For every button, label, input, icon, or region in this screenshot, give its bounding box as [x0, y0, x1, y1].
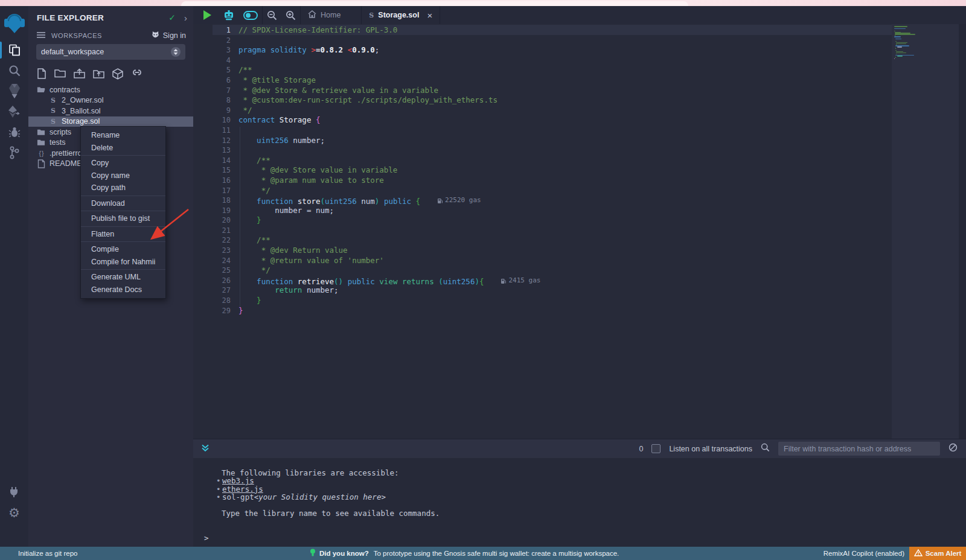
- doc-icon: [37, 159, 45, 168]
- terminal-prompt[interactable]: >: [204, 534, 209, 542]
- search-icon[interactable]: [0, 60, 28, 81]
- tree-item-3-ballot-sol[interactable]: S3_Ballot.sol: [28, 106, 193, 116]
- close-tab-icon[interactable]: ×: [427, 10, 432, 21]
- new-folder-icon[interactable]: [54, 68, 66, 82]
- sign-in-label: Sign in: [163, 31, 186, 40]
- lightbulb-icon: [310, 549, 316, 558]
- tab-home-label: Home: [321, 11, 341, 19]
- tip-text: To prototype using the Gnosis safe multi…: [374, 550, 619, 557]
- terminal-expand-icon[interactable]: [202, 444, 209, 454]
- tip-title: Did you know?: [319, 550, 369, 557]
- workspace-select[interactable]: default_workspace: [36, 44, 185, 60]
- sign-in-button[interactable]: Sign in: [151, 31, 186, 40]
- sol-icon: S: [49, 107, 57, 115]
- context-menu-item-copy[interactable]: Copy: [81, 157, 165, 170]
- tab-storage-sol[interactable]: S Storage.sol ×: [361, 6, 440, 24]
- terminal-search-icon[interactable]: [761, 443, 770, 454]
- tree-item-label: contracts: [50, 86, 80, 94]
- remix-ide-window: ⚙ FILE EXPLORER ✓ › WORKSPACES Sign in d…: [0, 0, 966, 560]
- context-menu-item-compile-for-nahmii[interactable]: Compile for Nahmii: [81, 256, 165, 269]
- browser-tab-hint: [181, 1, 688, 6]
- plugin-manager-icon[interactable]: [0, 482, 28, 502]
- transaction-filter-input[interactable]: [778, 442, 940, 456]
- tree-item-label: scripts: [50, 128, 71, 136]
- terminal-output[interactable]: The following libraries are accessible:•…: [193, 458, 966, 547]
- scam-alert-label: Scam Alert: [926, 550, 962, 557]
- workspace-updown-icon: [171, 47, 181, 57]
- code-editor[interactable]: 1234567891011121314151617181920212223242…: [193, 24, 966, 439]
- context-menu-item-generate-docs[interactable]: Generate Docs: [81, 284, 165, 296]
- icon-rail: ⚙: [0, 6, 29, 547]
- link-remixd-icon[interactable]: [131, 68, 143, 82]
- debugger-icon[interactable]: [0, 122, 28, 142]
- listen-transactions-label: Listen on all transactions: [669, 445, 752, 453]
- tree-item-contracts[interactable]: contracts: [28, 84, 193, 95]
- ai-copilot-robot-icon[interactable]: [223, 10, 235, 21]
- terminal-line: Type the library name to see available c…: [193, 509, 440, 517]
- zoom-out-icon[interactable]: [267, 10, 277, 21]
- github-icon: [151, 31, 160, 40]
- gas-estimate-badge: 22520 gas: [437, 196, 481, 206]
- settings-icon[interactable]: ⚙: [0, 502, 28, 523]
- file-explorer-icon[interactable]: [0, 40, 28, 60]
- terminal-line: The following libraries are accessible:: [193, 469, 440, 477]
- clear-console-icon[interactable]: [948, 443, 958, 454]
- editor-minimap[interactable]: [892, 24, 959, 439]
- scam-alert-button[interactable]: Scam Alert: [909, 547, 966, 560]
- panel-title: FILE EXPLORER: [37, 13, 168, 22]
- sol-icon: S: [49, 118, 57, 126]
- hamburger-menu-icon[interactable]: [37, 30, 45, 41]
- workspaces-row: WORKSPACES Sign in: [37, 30, 186, 41]
- file-context-menu: RenameDeleteCopyCopy nameCopy pathDownlo…: [80, 126, 166, 299]
- tree-item-2-owner-sol[interactable]: S2_Owner.sol: [28, 95, 193, 106]
- tree-item-storage-sol[interactable]: SStorage.sol: [28, 116, 193, 127]
- upload-file-icon[interactable]: [74, 68, 85, 82]
- braces-icon: { }: [37, 150, 45, 157]
- copilot-toggle-on[interactable]: [243, 11, 258, 20]
- context-menu-item-download[interactable]: Download: [81, 197, 165, 210]
- git-init-button[interactable]: Initialize as git repo: [18, 547, 77, 560]
- warning-triangle-icon: [914, 549, 923, 558]
- status-bar: Initialize as git repo Did you know? To …: [0, 547, 966, 560]
- editor-scroll-strip[interactable]: [959, 24, 966, 439]
- remix-logo-icon[interactable]: [0, 8, 28, 40]
- chevron-right-icon[interactable]: ›: [184, 13, 187, 23]
- folder-open-icon: [37, 86, 45, 94]
- file-actions-toolbar: [37, 68, 143, 82]
- terminal-toolbar: 0 Listen on all transactions: [193, 439, 966, 458]
- context-menu-item-generate-uml[interactable]: Generate UML: [81, 271, 165, 284]
- context-menu-item-delete[interactable]: Delete: [81, 142, 165, 154]
- listen-transactions-checkbox[interactable]: [651, 444, 661, 453]
- solidity-file-icon: S: [369, 11, 374, 19]
- context-menu-item-publish-file-to-gist[interactable]: Publish file to gist: [81, 212, 165, 225]
- git-icon[interactable]: [0, 142, 28, 163]
- publish-ipfs-icon[interactable]: [112, 68, 123, 82]
- terminal-line: [193, 501, 440, 509]
- tab-home[interactable]: Home: [301, 6, 348, 24]
- context-menu-item-copy-name[interactable]: Copy name: [81, 170, 165, 182]
- tree-item-label: 3_Ballot.sol: [62, 107, 101, 115]
- home-icon: [308, 10, 316, 20]
- zoom-in-icon[interactable]: [286, 10, 296, 21]
- terminal-link-web3.js[interactable]: web3.js: [222, 477, 254, 485]
- run-script-button[interactable]: [203, 10, 211, 20]
- tab-storage-label: Storage.sol: [378, 11, 419, 19]
- copilot-status[interactable]: RemixAI Copilot (enabled): [824, 547, 904, 560]
- solidity-compiler-icon[interactable]: [0, 81, 28, 101]
- main-area: Home S Storage.sol × 1234567891011121314…: [193, 6, 966, 547]
- new-file-icon[interactable]: [37, 68, 46, 82]
- folder-icon: [37, 139, 45, 146]
- terminal-link-ethers.js[interactable]: ethers.js: [222, 485, 263, 493]
- context-menu-item-compile[interactable]: Compile: [81, 243, 165, 256]
- context-menu-item-rename[interactable]: Rename: [81, 129, 165, 142]
- browser-top-strip: [0, 0, 966, 6]
- file-explorer-header: FILE EXPLORER ✓ ›: [37, 11, 187, 24]
- context-menu-item-flatten[interactable]: Flatten: [81, 228, 165, 241]
- folder-icon: [37, 129, 45, 136]
- code-content: // SPDX-License-Identifier: GPL-3.0pragm…: [238, 25, 892, 316]
- deploy-run-icon[interactable]: [0, 101, 28, 122]
- check-icon: ✓: [168, 13, 176, 22]
- upload-folder-icon[interactable]: [93, 68, 104, 82]
- workspaces-label: WORKSPACES: [51, 32, 151, 39]
- context-menu-item-copy-path[interactable]: Copy path: [81, 182, 165, 194]
